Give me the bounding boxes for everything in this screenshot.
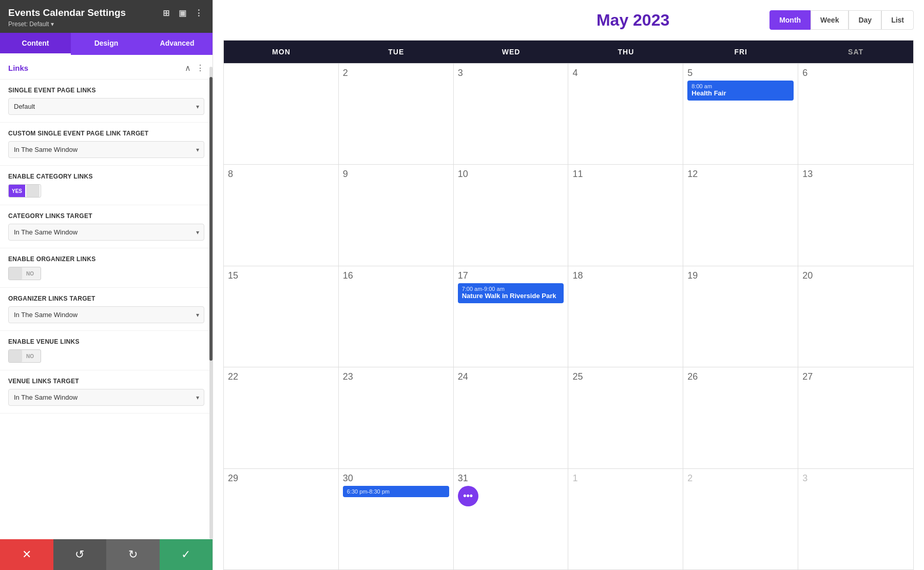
cancel-button[interactable]: ✕ [0, 539, 53, 570]
cal-cell-may12[interactable]: 12 [683, 165, 798, 265]
cal-cell-may29[interactable]: 29 [224, 469, 339, 569]
custom-link-target-select[interactable]: In The Same Window In A New Window [8, 141, 204, 158]
health-fair-event[interactable]: 8:00 am Health Fair [687, 81, 794, 101]
cal-cell-may13[interactable]: 13 [798, 165, 913, 265]
cal-cell-may8[interactable]: 8 [224, 165, 339, 265]
organizer-target-select-wrapper: In The Same Window In A New Window ▾ [8, 306, 204, 323]
cal-cell-may20[interactable]: 20 [798, 266, 913, 367]
cal-cell-may3[interactable]: 3 [454, 64, 569, 164]
cal-cell-jun2[interactable]: 2 [683, 469, 798, 569]
partial-event[interactable]: 6:30 pm-8:30 pm [343, 486, 449, 497]
venue-target-select[interactable]: In The Same Window In A New Window [8, 389, 204, 406]
cal-date-17: 17 [458, 270, 564, 281]
toggle-no-label: NO [23, 271, 37, 277]
enable-venue-field-group: Enable Venue Links NO [0, 331, 213, 370]
cal-date-29: 29 [228, 473, 334, 484]
cal-cell-may25[interactable]: 25 [568, 367, 683, 468]
calendar-week-3: 15 16 17 7:00 am-9:00 am Nature Walk in … [224, 266, 913, 367]
cal-date-13: 13 [802, 169, 909, 180]
cal-cell-may24[interactable]: 24 [454, 367, 569, 468]
cal-cell-may2[interactable]: 2 [339, 64, 454, 164]
single-event-select[interactable]: Default Custom [8, 98, 204, 115]
cal-date-8: 8 [228, 169, 334, 180]
enable-venue-toggle[interactable]: NO [8, 349, 41, 363]
nature-walk-event[interactable]: 7:00 am-9:00 am Nature Walk in Riverside… [458, 283, 564, 303]
cal-cell-may15[interactable]: 15 [224, 266, 339, 367]
cal-cell-may16[interactable]: 16 [339, 266, 454, 367]
preset-arrow: ▾ [49, 21, 53, 28]
cal-date-4: 4 [572, 68, 679, 78]
links-section-title: Links [8, 64, 28, 72]
custom-link-target-field-group: Custom Single Event Page Link Target In … [0, 123, 213, 166]
scroll-indicator[interactable] [209, 67, 213, 539]
cal-date-23: 23 [343, 371, 449, 382]
cal-date-31: 31 [458, 473, 564, 484]
cal-cell-may26[interactable]: 26 [683, 367, 798, 468]
cal-cell-may23[interactable]: 23 [339, 367, 454, 468]
day-header-wed: WED [454, 41, 569, 63]
calendar-week-4: 22 23 24 25 26 27 [224, 367, 913, 468]
preset-text[interactable]: Preset: Default ▾ [8, 21, 204, 28]
collapse-icon[interactable]: ∧ [185, 63, 191, 73]
cal-cell-may17[interactable]: 17 7:00 am-9:00 am Nature Walk in Rivers… [454, 266, 569, 367]
enable-category-toggle[interactable]: YES [8, 184, 41, 198]
toggle-handle [26, 185, 40, 197]
section-more-icon[interactable]: ⋮ [196, 63, 204, 73]
cal-cell-may30[interactable]: 30 6:30 pm-8:30 pm [339, 469, 454, 569]
cal-cell-may9[interactable]: 9 [339, 165, 454, 265]
cal-cell-may27[interactable]: 27 [798, 367, 913, 468]
expand-icon[interactable]: ⊞ [160, 7, 171, 18]
panel-content: Links ∧ ⋮ Single Event Page Links Defaul… [0, 55, 213, 570]
redo-button[interactable]: ↻ [106, 539, 160, 570]
cal-cell-may31[interactable]: 31 ••• [454, 469, 569, 569]
tab-design[interactable]: Design [71, 33, 142, 55]
cal-date-9: 9 [343, 169, 449, 180]
cal-date-3: 3 [458, 68, 564, 78]
cal-cell-may10[interactable]: 10 [454, 165, 569, 265]
day-header-thu: THU [568, 41, 683, 63]
view-list-button[interactable]: List [881, 10, 914, 30]
day-header-sat: SAT [798, 41, 913, 63]
category-target-field-group: Category Links Target In The Same Window… [0, 205, 213, 248]
organizer-target-select[interactable]: In The Same Window In A New Window [8, 306, 204, 323]
more-events-button[interactable]: ••• [458, 486, 478, 506]
cal-date-12: 12 [687, 169, 794, 180]
enable-organizer-toggle[interactable]: NO [8, 267, 41, 280]
panel-title-row: Events Calendar Settings ⊞ ▣ ⋮ [8, 7, 204, 18]
cal-cell-may22[interactable]: 22 [224, 367, 339, 468]
cal-cell-jun1[interactable]: 1 [568, 469, 683, 569]
cal-date-27: 27 [802, 371, 909, 382]
cal-cell-may11[interactable]: 11 [568, 165, 683, 265]
cal-cell-may4[interactable]: 4 [568, 64, 683, 164]
cal-date-6: 6 [802, 68, 909, 78]
single-event-field-group: Single Event Page Links Default Custom ▾ [0, 80, 213, 123]
view-day-button[interactable]: Day [849, 10, 881, 30]
cal-date-24: 24 [458, 371, 564, 382]
view-week-button[interactable]: Week [811, 10, 849, 30]
tab-advanced[interactable]: Advanced [142, 33, 213, 55]
view-month-button[interactable]: Month [769, 10, 811, 30]
cal-cell-jun3[interactable]: 3 [798, 469, 913, 569]
enable-category-label: Enable Category Links [8, 173, 204, 180]
calendar-body: 2 3 4 5 8:00 am Health Fair 6 [224, 63, 913, 569]
partial-event-time: 6:30 pm-8:30 pm [347, 488, 445, 495]
cal-date-19: 19 [687, 270, 794, 281]
tab-content[interactable]: Content [0, 33, 71, 55]
layout-icon[interactable]: ▣ [177, 7, 188, 18]
panel-title-icons: ⊞ ▣ ⋮ [160, 7, 204, 18]
cal-date-30: 30 [343, 473, 449, 484]
category-target-select[interactable]: In The Same Window In A New Window [8, 224, 204, 241]
cal-cell-may5[interactable]: 5 8:00 am Health Fair [683, 64, 798, 164]
calendar-day-headers: MON TUE WED THU FRI SAT [224, 41, 913, 63]
cal-cell-may18[interactable]: 18 [568, 266, 683, 367]
more-icon[interactable]: ⋮ [193, 7, 204, 18]
category-target-label: Category Links Target [8, 212, 204, 220]
cal-cell-may6[interactable]: 6 [798, 64, 913, 164]
calendar-title: May 2023 [496, 11, 769, 30]
undo-button[interactable]: ↺ [53, 539, 107, 570]
cal-date-jun2: 2 [687, 473, 794, 484]
settings-panel: Events Calendar Settings ⊞ ▣ ⋮ Preset: D… [0, 0, 213, 570]
organizer-target-label: Organizer Links Target [8, 295, 204, 302]
save-button[interactable]: ✓ [160, 539, 213, 570]
cal-cell-may19[interactable]: 19 [683, 266, 798, 367]
